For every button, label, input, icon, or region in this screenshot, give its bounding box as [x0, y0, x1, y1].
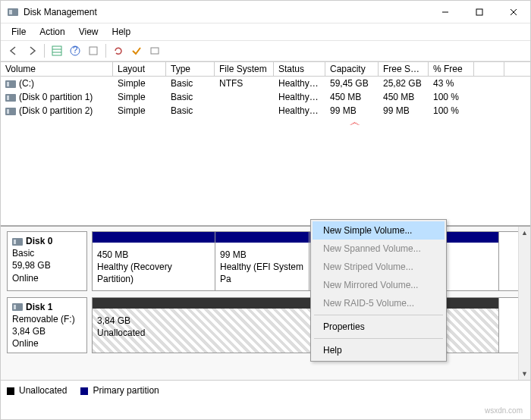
disk-icon [12, 238, 23, 246]
context-menu-item[interactable]: Properties [313, 318, 445, 336]
maximize-button[interactable] [462, 1, 496, 23]
svg-rect-11 [90, 47, 97, 55]
legend: Unallocated Primary partition [1, 380, 530, 400]
volume-list-pane: Volume Layout Type File System Status Ca… [1, 61, 530, 225]
col-fs[interactable]: File System [215, 62, 274, 76]
drive-icon [5, 94, 16, 102]
view-list-icon[interactable] [49, 42, 65, 59]
col-free[interactable]: Free Spa... [379, 62, 429, 76]
menubar: File Action View Help [1, 24, 530, 40]
disk-partition-map: 450 MBHealthy (Recovery Partition)99 MBH… [92, 231, 524, 291]
app-icon [7, 6, 19, 18]
menu-action[interactable]: Action [33, 25, 71, 39]
window-title: Disk Management [24, 7, 428, 17]
menu-file[interactable]: File [5, 25, 32, 39]
disk-info[interactable]: Disk 1Removable (F:)3,84 GBOnline [7, 297, 87, 354]
context-menu-item: New Spanned Volume... [313, 240, 445, 258]
context-menu: New Simple Volume...New Spanned Volume..… [310, 219, 447, 362]
menu-view[interactable]: View [73, 25, 105, 39]
toolbar-separator [44, 44, 45, 58]
flame-icon: ෴ [350, 116, 360, 129]
disk-row: Disk 0Basic59,98 GBOnline450 MBHealthy (… [1, 227, 530, 293]
disk-row: Disk 1Removable (F:)3,84 GBOnline3,84 GB… [1, 293, 530, 356]
disk-partition-map: 3,84 GBUnallocated [92, 297, 524, 354]
context-menu-item[interactable]: Help [313, 341, 445, 359]
volume-columns-header: Volume Layout Type File System Status Ca… [1, 61, 530, 77]
back-button[interactable] [5, 42, 22, 59]
detail-icon[interactable] [146, 42, 163, 59]
disk-icon [12, 303, 23, 311]
watermark: wsxdn.com [485, 406, 523, 415]
context-menu-separator [314, 338, 443, 339]
col-type[interactable]: Type [166, 62, 215, 76]
menu-help[interactable]: Help [106, 25, 137, 39]
settings-icon[interactable] [85, 42, 102, 59]
svg-rect-12 [151, 48, 159, 54]
scroll-up-icon[interactable]: ▲ [519, 227, 530, 239]
col-capacity[interactable]: Capacity [325, 62, 379, 76]
col-status[interactable]: Status [274, 62, 325, 76]
drive-icon [5, 80, 16, 88]
disk-info[interactable]: Disk 0Basic59,98 GBOnline [7, 231, 87, 291]
toolbar: ? [1, 40, 530, 61]
col-volume[interactable]: Volume [1, 62, 113, 76]
drive-icon [5, 108, 16, 115]
context-menu-separator [314, 315, 443, 315]
close-button[interactable] [496, 1, 530, 23]
minimize-button[interactable] [428, 1, 462, 23]
disk-map-pane: Disk 0Basic59,98 GBOnline450 MBHealthy (… [1, 225, 530, 380]
svg-rect-6 [52, 46, 61, 55]
legend-unallocated: Unallocated [7, 385, 67, 396]
volume-row[interactable]: (Disk 0 partition 2)SimpleBasicHealthy (… [1, 104, 530, 118]
volume-row[interactable]: (C:)SimpleBasicNTFSHealthy (B...59,45 GB… [1, 77, 530, 90]
check-icon[interactable] [128, 42, 145, 59]
vertical-scrollbar[interactable]: ▲ ▼ [518, 227, 530, 380]
svg-rect-3 [476, 9, 482, 15]
context-menu-item: New Striped Volume... [313, 258, 445, 276]
svg-text:?: ? [73, 45, 78, 55]
titlebar: Disk Management [1, 1, 530, 24]
context-menu-item[interactable]: New Simple Volume... [313, 221, 445, 240]
scroll-down-icon[interactable]: ▼ [519, 368, 530, 380]
partition[interactable]: 450 MBHealthy (Recovery Partition) [93, 232, 215, 290]
context-menu-item: New Mirrored Volume... [313, 276, 445, 294]
partition[interactable]: 99 MBHealthy (EFI System Pa [215, 232, 309, 290]
legend-primary: Primary partition [80, 385, 159, 396]
svg-rect-1 [9, 10, 12, 14]
context-menu-item: New RAID-5 Volume... [313, 294, 445, 312]
help-icon[interactable]: ? [67, 42, 83, 59]
forward-button[interactable] [24, 42, 40, 59]
toolbar-separator [105, 44, 106, 58]
volume-row[interactable]: (Disk 0 partition 1)SimpleBasicHealthy (… [1, 90, 530, 104]
col-layout[interactable]: Layout [113, 62, 166, 76]
refresh-icon[interactable] [110, 42, 127, 59]
col-pct[interactable]: % Free [429, 62, 474, 76]
col-extra[interactable] [474, 62, 504, 76]
volume-rows: (C:)SimpleBasicNTFSHealthy (B...59,45 GB… [1, 77, 530, 118]
